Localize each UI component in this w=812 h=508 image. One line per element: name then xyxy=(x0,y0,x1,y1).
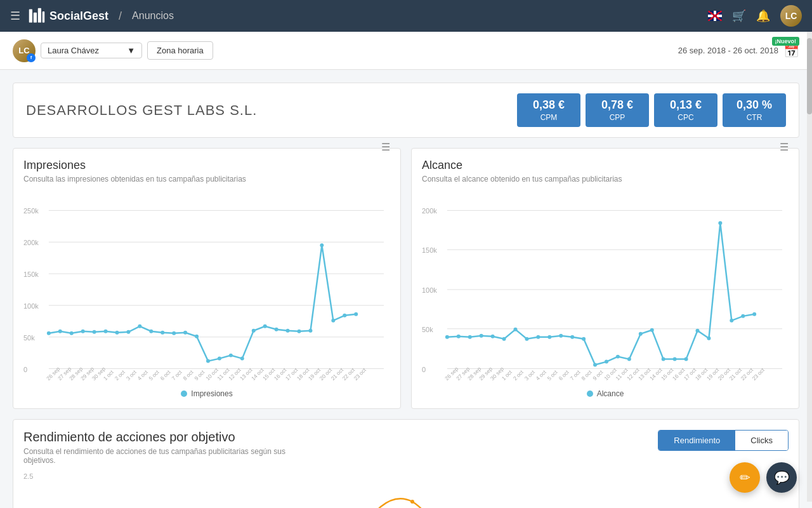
scrollbar-thumb[interactable] xyxy=(807,38,812,114)
performance-title: Rendimiento de acciones por objetivo xyxy=(23,430,315,444)
edit-fab-button[interactable]: ✏ xyxy=(730,462,760,493)
impressions-menu-icon[interactable]: ☰ xyxy=(381,141,390,153)
svg-point-40 xyxy=(320,243,324,247)
svg-point-96 xyxy=(605,360,608,364)
svg-point-35 xyxy=(263,324,267,328)
svg-point-41 xyxy=(331,319,335,323)
nav-right: 🛒 🔔 LC xyxy=(708,5,802,27)
ctr-value: 0,30 % xyxy=(735,98,773,112)
svg-text:200k: 200k xyxy=(23,239,39,246)
facebook-badge: f xyxy=(27,53,36,62)
svg-point-94 xyxy=(582,337,586,341)
impressions-legend-dot xyxy=(181,391,187,397)
perf-y-start: 2.5 xyxy=(23,472,789,480)
performance-chart-area: 2.5 xyxy=(23,472,789,508)
svg-point-97 xyxy=(616,355,620,359)
svg-point-92 xyxy=(559,334,563,338)
metric-ctr: 0,30 % CTR xyxy=(723,93,786,127)
calendar-wrap: ¡Nuevo! 📅 xyxy=(783,43,799,58)
svg-point-86 xyxy=(491,335,495,338)
reach-chart-card: Alcance Consulta el alcance obtenido en … xyxy=(411,148,799,409)
svg-point-26 xyxy=(160,331,164,335)
svg-point-108 xyxy=(741,314,745,318)
date-range-text: 26 sep. 2018 - 26 oct. 2018 xyxy=(678,46,778,55)
ctr-label: CTR xyxy=(735,113,773,122)
svg-point-28 xyxy=(183,331,187,335)
svg-text:4 oct: 4 oct xyxy=(535,368,548,382)
nav-left: ☰ SocialGest / Anuncios xyxy=(10,7,174,25)
impressions-chart-card: Impresiones Consulta las impresiones obt… xyxy=(13,148,401,409)
cpc-value: 0,13 € xyxy=(667,98,705,112)
impressions-legend-label: Impresiones xyxy=(191,389,232,398)
svg-point-91 xyxy=(547,335,551,339)
chat-icon: 💬 xyxy=(774,470,790,485)
svg-point-109 xyxy=(752,312,756,316)
svg-text:9 oct: 9 oct xyxy=(193,368,206,382)
tab-rendimiento[interactable]: Rendimiento xyxy=(658,431,735,450)
performance-svg xyxy=(23,483,789,508)
svg-text:8 oct: 8 oct xyxy=(580,368,593,382)
language-flag-icon[interactable] xyxy=(708,11,722,21)
chat-fab-button[interactable]: 💬 xyxy=(766,462,797,493)
svg-text:8 oct: 8 oct xyxy=(181,368,195,382)
company-header: DESARROLLOS GEST LABS S.L. 0,38 € CPM 0,… xyxy=(13,83,799,138)
svg-rect-0 xyxy=(29,10,32,23)
scrollbar-track[interactable] xyxy=(807,32,812,502)
svg-rect-3 xyxy=(43,11,45,23)
tab-clicks[interactable]: Clicks xyxy=(735,431,788,450)
avatar[interactable]: LC xyxy=(780,5,802,27)
svg-point-87 xyxy=(502,337,506,341)
svg-point-37 xyxy=(286,329,290,333)
svg-point-98 xyxy=(627,358,631,361)
performance-header: Rendimiento de acciones por objetivo Con… xyxy=(23,430,789,465)
svg-text:9 oct: 9 oct xyxy=(591,368,605,382)
svg-text:7 oct: 7 oct xyxy=(171,368,184,382)
impressions-subtitle: Consulta las impresiones obtenidas en tu… xyxy=(23,175,246,184)
cart-icon[interactable]: 🛒 xyxy=(732,9,746,23)
hamburger-icon[interactable]: ☰ xyxy=(10,9,20,23)
user-dropdown[interactable]: Laura Chávez ▼ xyxy=(41,43,142,58)
impressions-legend: Impresiones xyxy=(23,389,390,398)
metrics-row: 0,38 € CPM 0,78 € CPP 0,13 € CPC 0,30 % … xyxy=(517,93,786,127)
bell-icon[interactable]: 🔔 xyxy=(756,9,770,23)
svg-point-31 xyxy=(218,357,221,361)
svg-point-95 xyxy=(593,363,597,367)
svg-point-36 xyxy=(275,328,278,331)
perf-title-wrap: Rendimiento de acciones por objetivo Con… xyxy=(23,430,315,465)
timezone-button[interactable]: Zona horaria xyxy=(147,41,213,60)
nuevo-badge: ¡Nuevo! xyxy=(772,37,800,46)
page-title: Anuncios xyxy=(132,10,174,22)
svg-point-24 xyxy=(138,324,141,328)
svg-point-106 xyxy=(718,221,722,225)
cpp-value: 0,78 € xyxy=(598,98,636,112)
svg-point-16 xyxy=(47,331,51,335)
svg-point-105 xyxy=(707,337,710,340)
calendar-icon[interactable]: 📅 xyxy=(783,44,799,58)
performance-card: Rendimiento de acciones por objetivo Con… xyxy=(13,419,799,508)
impressions-title: Impresiones xyxy=(23,159,246,172)
svg-point-84 xyxy=(468,335,472,339)
cpm-label: CPM xyxy=(530,113,568,122)
performance-tabs: Rendimiento Clicks xyxy=(658,430,789,451)
svg-point-23 xyxy=(126,330,130,334)
svg-point-103 xyxy=(684,358,688,361)
svg-text:7 oct: 7 oct xyxy=(569,368,582,382)
svg-point-33 xyxy=(240,357,244,361)
svg-text:150k: 150k xyxy=(422,246,437,254)
svg-point-101 xyxy=(662,358,665,361)
svg-point-90 xyxy=(536,335,540,339)
svg-text:3 oct: 3 oct xyxy=(523,368,537,382)
svg-point-39 xyxy=(308,329,312,333)
svg-point-42 xyxy=(343,314,346,318)
svg-point-85 xyxy=(480,334,483,338)
svg-text:150k: 150k xyxy=(23,271,39,278)
reach-legend-label: Alcance xyxy=(597,389,624,398)
reach-menu-icon[interactable]: ☰ xyxy=(780,141,789,153)
svg-point-100 xyxy=(650,328,654,332)
svg-text:0: 0 xyxy=(422,366,426,373)
svg-text:5 oct: 5 oct xyxy=(148,368,161,382)
svg-point-139 xyxy=(410,500,414,504)
svg-text:5 oct: 5 oct xyxy=(546,368,560,382)
user-select-wrap: LC f Laura Chávez ▼ Zona horaria xyxy=(13,39,213,62)
svg-text:100k: 100k xyxy=(23,302,39,310)
